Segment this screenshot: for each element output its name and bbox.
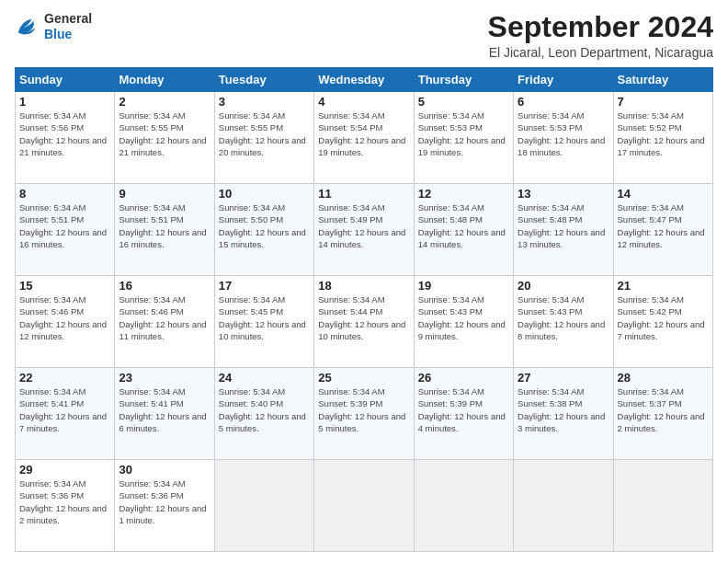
day-number: 11 xyxy=(318,187,409,201)
day-number: 21 xyxy=(618,279,709,293)
day-number: 18 xyxy=(318,279,409,293)
day-number: 15 xyxy=(19,279,110,293)
day-number: 4 xyxy=(318,95,409,109)
header-thursday: Thursday xyxy=(414,68,513,92)
day-number: 1 xyxy=(19,95,110,109)
day-number: 6 xyxy=(518,95,609,109)
day-info: Sunrise: 5:34 AMSunset: 5:38 PMDaylight:… xyxy=(518,385,609,434)
calendar-cell: 5Sunrise: 5:34 AMSunset: 5:53 PMDaylight… xyxy=(414,92,513,184)
day-info: Sunrise: 5:34 AMSunset: 5:48 PMDaylight:… xyxy=(518,201,609,250)
calendar-cell: 17Sunrise: 5:34 AMSunset: 5:45 PMDayligh… xyxy=(214,276,313,368)
day-info: Sunrise: 5:34 AMSunset: 5:54 PMDaylight:… xyxy=(318,109,409,158)
day-info: Sunrise: 5:34 AMSunset: 5:36 PMDaylight:… xyxy=(19,477,110,526)
calendar-week-5: 29Sunrise: 5:34 AMSunset: 5:36 PMDayligh… xyxy=(16,460,713,552)
calendar-cell: 2Sunrise: 5:34 AMSunset: 5:55 PMDaylight… xyxy=(115,92,214,184)
calendar-cell: 11Sunrise: 5:34 AMSunset: 5:49 PMDayligh… xyxy=(314,184,414,276)
month-title: September 2024 xyxy=(488,11,713,43)
calendar-week-4: 22Sunrise: 5:34 AMSunset: 5:41 PMDayligh… xyxy=(16,368,713,460)
calendar-table: SundayMondayTuesdayWednesdayThursdayFrid… xyxy=(15,67,713,552)
day-number: 13 xyxy=(518,187,609,201)
day-number: 7 xyxy=(618,95,709,109)
calendar-cell: 26Sunrise: 5:34 AMSunset: 5:39 PMDayligh… xyxy=(414,368,513,460)
day-number: 20 xyxy=(518,279,609,293)
calendar-cell: 8Sunrise: 5:34 AMSunset: 5:51 PMDaylight… xyxy=(16,184,115,276)
day-info: Sunrise: 5:34 AMSunset: 5:46 PMDaylight:… xyxy=(119,293,210,342)
calendar-cell: 22Sunrise: 5:34 AMSunset: 5:41 PMDayligh… xyxy=(16,368,115,460)
day-info: Sunrise: 5:34 AMSunset: 5:56 PMDaylight:… xyxy=(19,109,110,158)
calendar-cell xyxy=(613,460,712,552)
calendar-cell: 3Sunrise: 5:34 AMSunset: 5:55 PMDaylight… xyxy=(214,92,313,184)
day-number: 3 xyxy=(219,95,310,109)
calendar-cell: 23Sunrise: 5:34 AMSunset: 5:41 PMDayligh… xyxy=(115,368,214,460)
day-info: Sunrise: 5:34 AMSunset: 5:51 PMDaylight:… xyxy=(19,201,110,250)
calendar-week-3: 15Sunrise: 5:34 AMSunset: 5:46 PMDayligh… xyxy=(16,276,713,368)
calendar-header-row: SundayMondayTuesdayWednesdayThursdayFrid… xyxy=(16,68,713,92)
calendar-cell: 7Sunrise: 5:34 AMSunset: 5:52 PMDaylight… xyxy=(613,92,712,184)
day-info: Sunrise: 5:34 AMSunset: 5:53 PMDaylight:… xyxy=(418,109,509,158)
day-info: Sunrise: 5:34 AMSunset: 5:46 PMDaylight:… xyxy=(19,293,110,342)
calendar-cell xyxy=(514,460,613,552)
day-info: Sunrise: 5:34 AMSunset: 5:39 PMDaylight:… xyxy=(418,385,509,434)
day-number: 24 xyxy=(219,371,310,385)
calendar-cell xyxy=(414,460,513,552)
day-number: 28 xyxy=(618,371,709,385)
day-info: Sunrise: 5:34 AMSunset: 5:47 PMDaylight:… xyxy=(618,201,709,250)
day-info: Sunrise: 5:34 AMSunset: 5:40 PMDaylight:… xyxy=(219,385,310,434)
calendar-cell: 21Sunrise: 5:34 AMSunset: 5:42 PMDayligh… xyxy=(613,276,712,368)
day-info: Sunrise: 5:34 AMSunset: 5:41 PMDaylight:… xyxy=(19,385,110,434)
day-info: Sunrise: 5:34 AMSunset: 5:41 PMDaylight:… xyxy=(119,385,210,434)
day-info: Sunrise: 5:34 AMSunset: 5:39 PMDaylight:… xyxy=(318,385,409,434)
calendar-cell: 27Sunrise: 5:34 AMSunset: 5:38 PMDayligh… xyxy=(514,368,613,460)
page-header: General Blue September 2024 El Jicaral, … xyxy=(15,11,713,60)
calendar-cell: 24Sunrise: 5:34 AMSunset: 5:40 PMDayligh… xyxy=(214,368,313,460)
header-sunday: Sunday xyxy=(16,68,115,92)
calendar-cell: 10Sunrise: 5:34 AMSunset: 5:50 PMDayligh… xyxy=(214,184,313,276)
day-number: 26 xyxy=(418,371,509,385)
day-number: 25 xyxy=(318,371,409,385)
calendar-cell: 15Sunrise: 5:34 AMSunset: 5:46 PMDayligh… xyxy=(16,276,115,368)
calendar-week-2: 8Sunrise: 5:34 AMSunset: 5:51 PMDaylight… xyxy=(16,184,713,276)
day-number: 10 xyxy=(219,187,310,201)
header-monday: Monday xyxy=(115,68,214,92)
day-info: Sunrise: 5:34 AMSunset: 5:53 PMDaylight:… xyxy=(518,109,609,158)
day-info: Sunrise: 5:34 AMSunset: 5:44 PMDaylight:… xyxy=(318,293,409,342)
header-tuesday: Tuesday xyxy=(214,68,313,92)
title-block: September 2024 El Jicaral, Leon Departme… xyxy=(488,11,713,60)
calendar-cell: 16Sunrise: 5:34 AMSunset: 5:46 PMDayligh… xyxy=(115,276,214,368)
location: El Jicaral, Leon Department, Nicaragua xyxy=(488,45,713,60)
calendar-cell: 25Sunrise: 5:34 AMSunset: 5:39 PMDayligh… xyxy=(314,368,414,460)
day-number: 12 xyxy=(418,187,509,201)
day-info: Sunrise: 5:34 AMSunset: 5:45 PMDaylight:… xyxy=(219,293,310,342)
calendar-cell xyxy=(214,460,313,552)
day-info: Sunrise: 5:34 AMSunset: 5:42 PMDaylight:… xyxy=(618,293,709,342)
calendar-cell: 18Sunrise: 5:34 AMSunset: 5:44 PMDayligh… xyxy=(314,276,414,368)
calendar-cell: 9Sunrise: 5:34 AMSunset: 5:51 PMDaylight… xyxy=(115,184,214,276)
day-info: Sunrise: 5:34 AMSunset: 5:43 PMDaylight:… xyxy=(518,293,609,342)
day-info: Sunrise: 5:34 AMSunset: 5:37 PMDaylight:… xyxy=(618,385,709,434)
day-number: 8 xyxy=(19,187,110,201)
day-number: 22 xyxy=(19,371,110,385)
calendar-cell: 6Sunrise: 5:34 AMSunset: 5:53 PMDaylight… xyxy=(514,92,613,184)
calendar-cell xyxy=(314,460,414,552)
day-number: 27 xyxy=(518,371,609,385)
day-number: 23 xyxy=(119,371,210,385)
calendar-cell: 30Sunrise: 5:34 AMSunset: 5:36 PMDayligh… xyxy=(115,460,214,552)
header-wednesday: Wednesday xyxy=(314,68,414,92)
calendar-cell: 19Sunrise: 5:34 AMSunset: 5:43 PMDayligh… xyxy=(414,276,513,368)
calendar-cell: 13Sunrise: 5:34 AMSunset: 5:48 PMDayligh… xyxy=(514,184,613,276)
calendar-cell: 12Sunrise: 5:34 AMSunset: 5:48 PMDayligh… xyxy=(414,184,513,276)
day-info: Sunrise: 5:34 AMSunset: 5:52 PMDaylight:… xyxy=(618,109,709,158)
day-info: Sunrise: 5:34 AMSunset: 5:49 PMDaylight:… xyxy=(318,201,409,250)
day-number: 19 xyxy=(418,279,509,293)
calendar-cell: 1Sunrise: 5:34 AMSunset: 5:56 PMDaylight… xyxy=(16,92,115,184)
day-info: Sunrise: 5:34 AMSunset: 5:43 PMDaylight:… xyxy=(418,293,509,342)
header-friday: Friday xyxy=(514,68,613,92)
day-info: Sunrise: 5:34 AMSunset: 5:55 PMDaylight:… xyxy=(119,109,210,158)
calendar-week-1: 1Sunrise: 5:34 AMSunset: 5:56 PMDaylight… xyxy=(16,92,713,184)
day-info: Sunrise: 5:34 AMSunset: 5:55 PMDaylight:… xyxy=(219,109,310,158)
day-number: 16 xyxy=(119,279,210,293)
day-number: 17 xyxy=(219,279,310,293)
day-number: 9 xyxy=(119,187,210,201)
logo-icon xyxy=(15,14,40,40)
day-info: Sunrise: 5:34 AMSunset: 5:51 PMDaylight:… xyxy=(119,201,210,250)
